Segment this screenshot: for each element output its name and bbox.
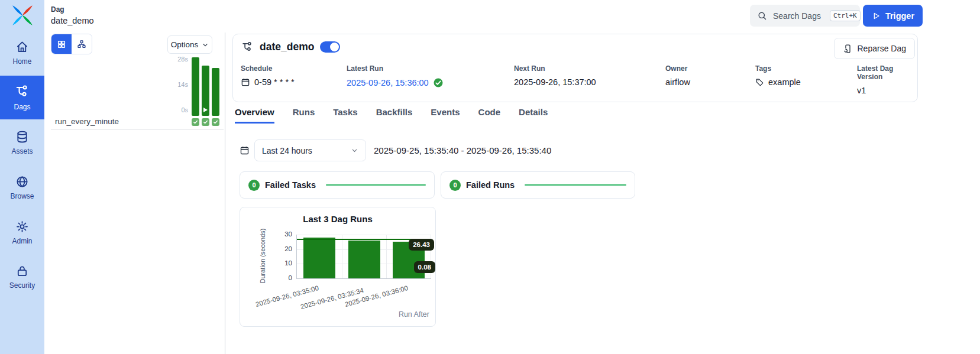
panel-divider[interactable]: [225, 33, 225, 354]
tab-overview[interactable]: Overview: [235, 107, 274, 124]
latest-run-link[interactable]: 2025-09-26, 15:36:00: [347, 78, 429, 87]
dag-header-card: date_demo Reparse Dag Schedule 0-59 * * …: [232, 34, 918, 102]
time-range-value: Last 24 hours: [262, 146, 312, 155]
breadcrumb-dag-name: date_demo: [51, 16, 94, 25]
search-shortcut-kbd: Ctrl+K: [830, 10, 861, 21]
task-state-success-badge[interactable]: [202, 118, 209, 126]
sidebar-item-label: Browse: [10, 192, 34, 200]
grid-view-button[interactable]: [51, 34, 72, 54]
dag-icon: [15, 84, 30, 99]
failed-tasks-label: Failed Tasks: [265, 180, 316, 190]
last-dag-runs-chart-card: Last 3 Dag Runs Duration (seconds) 30 20…: [240, 207, 436, 327]
grid-run-duration-bars: [192, 57, 220, 116]
field-label: Schedule: [241, 64, 295, 73]
field-next-run: Next Run 2025-09-26, 15:37:00: [514, 64, 596, 87]
graph-icon: [77, 40, 86, 49]
task-state-success-badge[interactable]: [192, 118, 199, 126]
y-tick: 0: [274, 274, 292, 281]
y-tick: 20: [274, 245, 292, 252]
search-dags-box[interactable]: Ctrl+K: [750, 5, 860, 27]
tab-backfills[interactable]: Backfills: [376, 107, 413, 124]
run-marker-play-icon: [203, 108, 208, 112]
mini-axis-label: 0s: [170, 106, 188, 113]
time-range-text: 2025-09-25, 15:35:40 - 2025-09-26, 15:35…: [374, 145, 551, 155]
database-icon: [15, 130, 29, 144]
dag-icon: [241, 41, 254, 53]
tab-code[interactable]: Code: [478, 107, 501, 124]
options-button[interactable]: Options: [167, 35, 212, 54]
grid-run-bar[interactable]: [192, 57, 199, 116]
tab-details[interactable]: Details: [519, 107, 548, 124]
success-check-icon: [433, 77, 444, 88]
check-icon: [213, 119, 218, 125]
sidebar-item-dags[interactable]: Dags: [0, 76, 44, 119]
graph-view-button[interactable]: [72, 34, 92, 54]
trigger-button[interactable]: Trigger: [863, 5, 923, 27]
task-state-success-badge[interactable]: [212, 118, 219, 126]
failed-runs-label: Failed Runs: [466, 180, 515, 190]
view-toggle: [51, 34, 92, 54]
tag-icon: [755, 78, 764, 87]
reparse-icon: [843, 44, 853, 54]
tab-tasks[interactable]: Tasks: [333, 107, 357, 124]
field-owner: Owner airflow: [665, 64, 690, 87]
field-label: Owner: [665, 64, 690, 73]
lock-icon: [15, 264, 29, 278]
time-range-select[interactable]: Last 24 hours: [254, 139, 366, 161]
failed-tasks-count-badge: 0: [248, 180, 260, 191]
failed-runs-card: 0 Failed Runs: [441, 171, 635, 199]
breadcrumb: Dag: [51, 5, 64, 14]
reparse-dag-button[interactable]: Reparse Dag: [834, 38, 916, 59]
failed-runs-count-badge: 0: [449, 180, 461, 191]
queued-duration-annotation: 0.08: [414, 261, 435, 273]
check-icon: [193, 119, 198, 125]
sidebar-item-label: Dags: [14, 103, 30, 111]
gridline: [297, 235, 431, 235]
chevron-down-icon: [351, 147, 358, 154]
sidebar-item-security[interactable]: Security: [0, 258, 44, 295]
field-schedule: Schedule 0-59 * * * *: [241, 64, 295, 87]
field-label: Tags: [755, 64, 801, 73]
tag-chip[interactable]: example: [768, 77, 801, 87]
gridline: [386, 235, 387, 278]
dag-run-bar[interactable]: [303, 238, 335, 278]
field-label: Next Run: [514, 64, 596, 73]
field-label: Latest Dag Version: [857, 64, 917, 81]
sidebar: Home Dags Assets: [0, 0, 44, 354]
chevron-down-icon: [202, 41, 209, 48]
mean-duration-annotation: 26.43: [409, 239, 434, 251]
field-tags: Tags example: [755, 64, 801, 87]
search-input[interactable]: [772, 11, 825, 21]
play-icon: [871, 11, 881, 21]
chart-x-axis-label: Run After: [399, 310, 429, 319]
reparse-label: Reparse Dag: [858, 44, 907, 53]
tab-events[interactable]: Events: [431, 107, 460, 124]
sidebar-item-admin[interactable]: Admin: [0, 214, 44, 251]
mini-axis-label: 28s: [170, 56, 188, 63]
sidebar-item-browse[interactable]: Browse: [0, 169, 44, 206]
sidebar-item-label: Admin: [12, 237, 32, 245]
sidebar-item-home[interactable]: Home: [0, 34, 44, 72]
field-label: Latest Run: [347, 64, 444, 73]
task-row-label[interactable]: run_every_minute: [55, 117, 119, 126]
check-icon: [203, 119, 208, 125]
trend-line: [326, 184, 426, 186]
airflow-logo[interactable]: [10, 3, 35, 28]
calendar-icon: [240, 145, 250, 155]
field-value: v1: [857, 86, 866, 95]
grid-run-bar[interactable]: [212, 68, 219, 116]
tab-runs[interactable]: Runs: [293, 107, 315, 124]
trigger-label: Trigger: [885, 11, 914, 21]
grid-icon: [57, 40, 66, 49]
field-latest-dag-version: Latest Dag Version v1: [857, 64, 917, 95]
grid-run-bar[interactable]: [202, 66, 209, 116]
chart-title: Last 3 Dag Runs: [240, 214, 435, 224]
dag-enabled-toggle[interactable]: [320, 41, 340, 53]
field-value: 2025-09-26, 15:37:00: [514, 77, 596, 87]
globe-icon: [15, 175, 29, 189]
sidebar-item-assets[interactable]: Assets: [0, 124, 44, 161]
dag-run-bar[interactable]: [348, 241, 380, 278]
failed-tasks-card: 0 Failed Tasks: [240, 171, 435, 199]
field-latest-run: Latest Run 2025-09-26, 15:36:00: [347, 64, 444, 88]
gear-icon: [15, 220, 29, 233]
